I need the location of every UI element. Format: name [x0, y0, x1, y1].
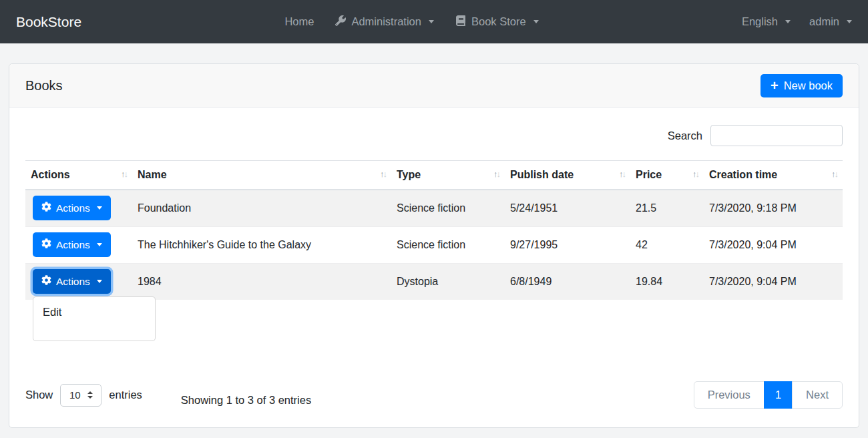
book-icon — [455, 15, 466, 29]
nav-item-home[interactable]: Home — [284, 15, 314, 28]
chevron-down-icon — [533, 20, 539, 23]
user-menu[interactable]: admin — [809, 15, 852, 28]
page-size-value: 10 — [69, 389, 81, 401]
show-label: Show — [25, 389, 53, 401]
card-header: Books + New book — [9, 64, 859, 107]
sort-icon: ↑↓ — [121, 169, 127, 179]
chevron-down-icon — [97, 243, 102, 246]
type-cell: Science fiction — [391, 190, 505, 226]
pagination-previous-button[interactable]: Previous — [694, 381, 765, 409]
name-cell: 1984 — [132, 263, 391, 300]
publish-date-cell: 9/27/1995 — [505, 226, 630, 263]
price-cell: 19.84 — [630, 263, 704, 300]
pagination-page-1-button[interactable]: 1 — [764, 381, 793, 409]
sort-icon: ↑↓ — [380, 169, 386, 179]
actions-cell: Actions Edit — [25, 263, 132, 300]
page-title: Books — [25, 78, 63, 93]
actions-dropdown: Actions Edit — [33, 269, 111, 294]
creation-time-cell: 7/3/2020, 9:04 PM — [704, 263, 843, 300]
publish-date-cell: 5/24/1951 — [505, 190, 630, 226]
actions-cell: Actions — [25, 190, 132, 226]
chevron-down-icon — [429, 20, 434, 23]
books-table: Actions ↑↓ Name ↑↓ Type ↑↓ Publish date … — [25, 160, 843, 300]
page-size-select[interactable]: 10 — [60, 384, 101, 407]
column-header-creation-time[interactable]: Creation time ↑↓ — [704, 161, 843, 190]
price-cell: 21.5 — [630, 190, 704, 226]
table-footer: Show 10 entries Showing 1 to 3 of 3 entr… — [25, 381, 843, 409]
row-actions-button-open[interactable]: Actions — [33, 269, 111, 294]
books-card: Books + New book Search Actions ↑↓ — [9, 63, 859, 428]
chevron-down-icon — [785, 20, 791, 23]
publish-date-cell: 6/8/1949 — [505, 263, 630, 300]
gear-icon — [41, 202, 51, 214]
select-arrows-icon — [87, 391, 93, 399]
language-label: English — [742, 15, 778, 28]
sort-icon: ↑↓ — [619, 169, 625, 179]
user-label: admin — [809, 15, 839, 28]
new-book-label: New book — [784, 79, 833, 92]
type-cell: Science fiction — [391, 226, 505, 263]
sort-icon: ↑↓ — [493, 169, 499, 179]
actions-cell: Actions — [25, 226, 132, 263]
nav-book-store-label: Book Store — [471, 15, 526, 28]
name-cell: The Hitchhiker's Guide to the Galaxy — [132, 226, 391, 263]
column-header-type[interactable]: Type ↑↓ — [391, 161, 505, 190]
plus-icon: + — [771, 81, 779, 90]
name-cell: Foundation — [132, 190, 391, 226]
chevron-down-icon — [97, 206, 102, 210]
entries-info: Showing 1 to 3 of 3 entries — [181, 394, 311, 407]
chevron-down-icon — [847, 20, 852, 23]
main-nav: Home Administration Book Store — [81, 15, 742, 29]
navbar-right: English admin — [742, 15, 852, 28]
page-size-group: Show 10 entries — [25, 384, 142, 407]
column-header-price[interactable]: Price ↑↓ — [630, 161, 704, 190]
dropdown-item-edit[interactable]: Edit — [33, 303, 155, 321]
row-actions-button[interactable]: Actions — [33, 232, 111, 257]
creation-time-cell: 7/3/2020, 9:18 PM — [704, 190, 843, 226]
pagination-next-button[interactable]: Next — [792, 381, 843, 409]
brand-logo[interactable]: BookStore — [16, 14, 81, 30]
entries-label: entries — [109, 389, 142, 401]
card-body: Search Actions ↑↓ Name ↑↓ — [9, 107, 859, 425]
column-header-publish-date[interactable]: Publish date ↑↓ — [505, 161, 630, 190]
nav-item-book-store[interactable]: Book Store — [455, 15, 539, 29]
price-cell: 42 — [630, 226, 704, 263]
column-header-name[interactable]: Name ↑↓ — [132, 161, 391, 190]
chevron-down-icon — [97, 280, 102, 283]
dropdown-menu: Edit — [33, 296, 156, 341]
language-menu[interactable]: English — [742, 15, 791, 28]
sort-icon: ↑↓ — [692, 169, 698, 179]
top-navbar: BookStore Home Administration Book Store… — [0, 0, 868, 43]
nav-item-administration[interactable]: Administration — [335, 15, 434, 29]
column-header-actions[interactable]: Actions ↑↓ — [25, 161, 132, 190]
pagination: Previous 1 Next — [694, 381, 843, 409]
creation-time-cell: 7/3/2020, 9:04 PM — [704, 226, 843, 263]
wrench-icon — [335, 15, 346, 29]
row-actions-button[interactable]: Actions — [33, 196, 111, 220]
search-label: Search — [668, 130, 702, 142]
gear-icon — [41, 275, 51, 288]
table-row: Actions Edit 1984 Dystopia 6/8/1949 19.8… — [25, 263, 843, 300]
table-header-row: Actions ↑↓ Name ↑↓ Type ↑↓ Publish date … — [25, 161, 843, 190]
type-cell: Dystopia — [391, 263, 505, 300]
table-row: Actions The Hitchhiker's Guide to the Ga… — [25, 226, 843, 263]
sort-icon: ↑↓ — [831, 169, 837, 179]
new-book-button[interactable]: + New book — [761, 74, 843, 97]
gear-icon — [41, 238, 51, 251]
nav-home-label: Home — [284, 15, 314, 28]
search-row: Search — [25, 125, 843, 146]
table-row: Actions Foundation Science fiction 5/24/… — [25, 190, 843, 226]
search-input[interactable] — [710, 125, 843, 146]
nav-administration-label: Administration — [351, 15, 421, 28]
